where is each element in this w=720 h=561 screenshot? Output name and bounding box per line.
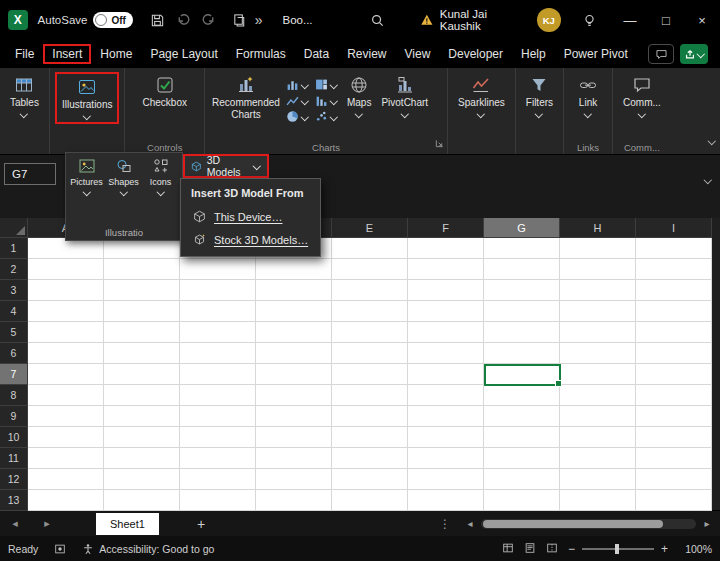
insert-line-chart-button[interactable]	[286, 94, 309, 107]
scroll-right-button[interactable]: ▸	[700, 518, 714, 529]
tab-page-layout[interactable]: Page Layout	[141, 44, 226, 64]
scrollbar-thumb[interactable]	[483, 520, 663, 528]
row-header-9[interactable]: 9	[0, 406, 28, 427]
maximize-button[interactable]: □	[648, 0, 684, 40]
tab-view[interactable]: View	[396, 44, 440, 64]
tab-insert[interactable]: Insert	[43, 44, 91, 64]
tab-home[interactable]: Home	[91, 44, 141, 64]
row-header-4[interactable]: 4	[0, 301, 28, 322]
tab-developer[interactable]: Developer	[439, 44, 512, 64]
column-header-g[interactable]: G	[484, 218, 560, 238]
excel-logo-icon[interactable]: X	[8, 10, 28, 30]
account-area[interactable]: Kunal Jai Kaushik	[420, 8, 529, 32]
row-header-2[interactable]: 2	[0, 259, 28, 280]
column-header-e[interactable]: E	[332, 218, 408, 238]
sheet-tab-bar: ◂ ▸ Sheet1 + ⋮ ◂ ▸	[0, 510, 720, 536]
name-box[interactable]: G7	[4, 163, 56, 185]
row-header-6[interactable]: 6	[0, 343, 28, 364]
lightbulb-icon	[582, 13, 597, 28]
zoom-slider-thumb[interactable]	[615, 544, 619, 554]
formula-bar-expand-button[interactable]	[704, 169, 712, 187]
comments-toolbar-button[interactable]	[648, 44, 674, 64]
row-header-12[interactable]: 12	[0, 469, 28, 490]
charts-dialog-launcher[interactable]	[435, 134, 444, 152]
normal-view-button[interactable]	[502, 542, 514, 556]
scroll-left-button[interactable]: ◂	[463, 518, 477, 529]
page-break-view-button[interactable]	[546, 542, 558, 556]
zoom-slider[interactable]	[582, 548, 654, 550]
avatar[interactable]: KJ	[537, 8, 560, 32]
tab-power-pivot[interactable]: Power Pivot	[555, 44, 637, 64]
sparklines-button[interactable]: Sparklines	[453, 72, 510, 120]
row-header-3[interactable]: 3	[0, 280, 28, 301]
close-button[interactable]: ×	[684, 0, 720, 40]
checkbox-label: Checkbox	[142, 97, 186, 109]
row-header-8[interactable]: 8	[0, 385, 28, 406]
insert-scatter-chart-button[interactable]	[315, 110, 338, 123]
3d-models-button[interactable]: 3D Models	[183, 154, 269, 178]
icons-button[interactable]: Icons	[142, 157, 179, 195]
search-button[interactable]	[365, 7, 390, 33]
shapes-button[interactable]: Shapes	[105, 157, 142, 195]
link-button[interactable]: Link	[573, 72, 603, 120]
checkbox-button[interactable]: Checkbox	[137, 72, 191, 112]
comment-ribbon-button[interactable]: Comm...	[618, 72, 666, 120]
filters-button[interactable]: Filters	[521, 72, 558, 120]
maps-button[interactable]: Maps	[342, 72, 376, 120]
filter-funnel-icon	[529, 75, 549, 95]
row-header-1[interactable]: 1	[0, 238, 28, 259]
row-header-10[interactable]: 10	[0, 427, 28, 448]
ribbon-collapse-button[interactable]	[708, 130, 716, 148]
toolbar-overflow-icon[interactable]: »	[255, 12, 263, 28]
zoom-in-button[interactable]: +	[661, 542, 668, 556]
sheet-nav-right-button[interactable]: ▸	[36, 517, 58, 530]
row-header-13[interactable]: 13	[0, 490, 28, 511]
tab-file[interactable]: File	[6, 44, 43, 64]
chevron-down-icon	[83, 113, 91, 119]
autosave-toggle[interactable]: Off	[93, 12, 132, 28]
tables-button[interactable]: Tables	[5, 72, 44, 120]
sheet-nav-left-button[interactable]: ◂	[4, 517, 26, 530]
recommended-charts-button[interactable]: Recommended Charts	[210, 72, 282, 123]
add-sheet-button[interactable]: +	[197, 516, 205, 532]
record-macro-button[interactable]	[54, 543, 66, 555]
illustrations-button[interactable]: Illustrations	[55, 72, 120, 124]
undo-button[interactable]	[170, 7, 195, 33]
zoom-out-button[interactable]: −	[568, 542, 575, 556]
sheetbar-more-icon[interactable]: ⋮	[439, 517, 451, 531]
row-header-11[interactable]: 11	[0, 448, 28, 469]
zoom-level[interactable]: 100%	[678, 543, 712, 555]
page-layout-view-button[interactable]	[524, 542, 536, 556]
column-header-f[interactable]: F	[408, 218, 484, 238]
menu-item-stock-3d-models[interactable]: Stock 3D Models…	[181, 228, 320, 251]
column-header-h[interactable]: H	[560, 218, 636, 238]
pictures-button[interactable]: Pictures	[68, 157, 105, 195]
sheet-tab-sheet1[interactable]: Sheet1	[96, 513, 159, 535]
pivotchart-button[interactable]: PivotChart	[376, 72, 433, 120]
insert-pie-chart-button[interactable]	[286, 110, 309, 123]
maps-icon	[349, 75, 369, 95]
row-header-5[interactable]: 5	[0, 322, 28, 343]
column-header-i[interactable]: I	[636, 218, 712, 238]
minimize-button[interactable]: —	[612, 0, 648, 40]
sheet-cells[interactable]	[28, 238, 712, 511]
insert-column-chart-button[interactable]	[286, 78, 309, 91]
tell-me-button[interactable]	[577, 7, 602, 33]
share-button[interactable]	[680, 44, 708, 64]
scrollbar-track[interactable]	[481, 519, 696, 529]
tab-formulas[interactable]: Formulas	[227, 44, 295, 64]
recommended-charts-label: Recommended Charts	[212, 97, 280, 120]
save-button[interactable]	[145, 7, 170, 33]
select-all-corner[interactable]	[0, 218, 28, 238]
menu-item-this-device[interactable]: This Device…	[181, 205, 320, 228]
redo-button[interactable]	[196, 7, 221, 33]
selected-cell-g7[interactable]	[484, 364, 561, 386]
insert-hierarchy-chart-button[interactable]	[315, 78, 338, 91]
tab-data[interactable]: Data	[295, 44, 338, 64]
tab-review[interactable]: Review	[338, 44, 395, 64]
tab-help[interactable]: Help	[512, 44, 555, 64]
row-header-7[interactable]: 7	[0, 364, 28, 385]
copy-button[interactable]	[227, 7, 252, 33]
insert-statistic-chart-button[interactable]	[315, 94, 338, 107]
accessibility-status[interactable]: Accessibility: Good to go	[82, 543, 214, 555]
